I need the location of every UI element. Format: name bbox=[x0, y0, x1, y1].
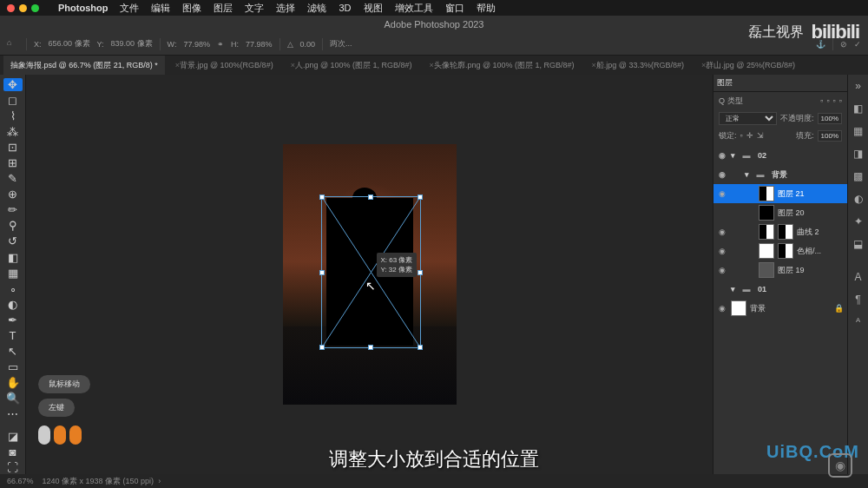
opt-w-value[interactable]: 77.98% bbox=[183, 40, 210, 49]
history-brush-icon[interactable]: ↺ bbox=[3, 234, 23, 247]
minimize-window-icon[interactable] bbox=[19, 4, 27, 12]
lock-icon[interactable]: ✛ bbox=[746, 131, 753, 140]
menu-image[interactable]: 图像 bbox=[182, 2, 201, 15]
stamp-tool-icon[interactable]: ⚲ bbox=[3, 219, 23, 232]
collapse-icon[interactable]: » bbox=[851, 78, 866, 94]
maximize-window-icon[interactable] bbox=[31, 4, 39, 12]
screenmode-icon[interactable]: ⛶ bbox=[3, 461, 23, 474]
window-controls[interactable] bbox=[7, 4, 39, 12]
doc-tab[interactable]: ×船.jpg @ 33.3%(RGB/8#) bbox=[582, 56, 691, 75]
transform-handle[interactable] bbox=[418, 270, 423, 275]
layer-row[interactable]: ◉图层 19 bbox=[713, 260, 847, 280]
canvas-area[interactable]: X: 63 像素 Y: 32 像素 ↖ bbox=[26, 75, 713, 474]
menu-filter[interactable]: 滤镜 bbox=[307, 2, 326, 15]
interpolation-dropdown[interactable]: 两次... bbox=[330, 38, 352, 49]
path-tool-icon[interactable]: ↖ bbox=[3, 345, 23, 358]
filter-icon[interactable]: ▫ bbox=[820, 96, 823, 105]
menu-plugins[interactable]: 增效工具 bbox=[395, 2, 433, 15]
doc-tab[interactable]: ×头像轮廓.png @ 100% (图层 1, RGB/8#) bbox=[419, 56, 582, 75]
type-tool-icon[interactable]: T bbox=[3, 329, 23, 342]
fill-value[interactable]: 100% bbox=[818, 130, 842, 142]
dodge-tool-icon[interactable]: ◐ bbox=[3, 298, 23, 311]
layer-row[interactable]: ◉图层 21 bbox=[713, 184, 847, 203]
visibility-icon[interactable]: ◉ bbox=[717, 170, 727, 179]
heal-tool-icon[interactable]: ⊕ bbox=[3, 188, 23, 201]
patterns-panel-icon[interactable]: ▩ bbox=[851, 168, 866, 184]
para-panel-icon[interactable]: ¶ bbox=[851, 292, 866, 307]
filter-icon[interactable]: ▫ bbox=[826, 96, 829, 105]
menu-type[interactable]: 文字 bbox=[245, 2, 264, 15]
transform-handle[interactable] bbox=[319, 270, 325, 275]
filter-icon[interactable]: ▫ bbox=[833, 96, 836, 105]
brush-tool-icon[interactable]: ✏ bbox=[3, 203, 23, 216]
quickmask-icon[interactable]: ◙ bbox=[3, 445, 23, 458]
marquee-tool-icon[interactable]: ◻ bbox=[3, 94, 23, 107]
glyphs-panel-icon[interactable]: ᴬ bbox=[851, 314, 866, 330]
adjustments-panel-icon[interactable]: ◐ bbox=[851, 191, 866, 207]
layer-kind-filter[interactable]: Q 类型 bbox=[719, 96, 743, 107]
doc-tab[interactable]: ×背景.jpg @ 100%(RGB/8#) bbox=[165, 56, 280, 75]
lock-icon[interactable]: ⇲ bbox=[757, 131, 764, 140]
shape-tool-icon[interactable]: ▭ bbox=[3, 360, 23, 373]
lasso-tool-icon[interactable]: ⌇ bbox=[3, 109, 23, 122]
transform-handle[interactable] bbox=[319, 345, 325, 350]
layer-row[interactable]: 图层 20 bbox=[713, 203, 847, 222]
char-panel-icon[interactable]: A bbox=[851, 269, 866, 285]
pen-tool-icon[interactable]: ✒ bbox=[3, 313, 23, 326]
frame-tool-icon[interactable]: ⊞ bbox=[3, 156, 23, 169]
color-swatch-icon[interactable]: ◪ bbox=[3, 430, 23, 443]
layer-row[interactable]: ◉色相/... bbox=[713, 241, 847, 260]
doc-tab-active[interactable]: 抽象海报.psd @ 66.7% (图层 21, RGB/8) * bbox=[3, 56, 165, 75]
menu-view[interactable]: 视图 bbox=[364, 2, 383, 15]
visibility-icon[interactable]: ◉ bbox=[717, 151, 727, 160]
transform-handle[interactable] bbox=[418, 345, 423, 350]
styles-panel-icon[interactable]: ✦ bbox=[851, 214, 866, 229]
menu-edit[interactable]: 编辑 bbox=[151, 2, 170, 15]
lock-icon[interactable]: ▫ bbox=[740, 131, 743, 140]
visibility-icon[interactable]: ◉ bbox=[717, 247, 727, 255]
more-tools-icon[interactable]: ⋯ bbox=[3, 407, 23, 420]
opt-y-value[interactable]: 839.00 像素 bbox=[111, 38, 153, 49]
menu-select[interactable]: 选择 bbox=[276, 2, 295, 15]
transform-handle[interactable] bbox=[418, 195, 423, 200]
eyedropper-tool-icon[interactable]: ✎ bbox=[3, 172, 23, 185]
libraries-panel-icon[interactable]: ⬓ bbox=[851, 236, 866, 252]
menu-window[interactable]: 窗口 bbox=[445, 2, 464, 15]
visibility-icon[interactable]: ◉ bbox=[717, 189, 727, 198]
menu-file[interactable]: 文件 bbox=[120, 2, 139, 15]
swatches-panel-icon[interactable]: ▦ bbox=[851, 123, 866, 139]
app-name[interactable]: Photoshop bbox=[58, 3, 108, 13]
zoom-tool-icon[interactable]: 🔍 bbox=[3, 392, 23, 405]
transform-handle[interactable] bbox=[368, 345, 373, 350]
visibility-icon[interactable]: ◉ bbox=[717, 304, 727, 313]
blur-tool-icon[interactable]: ∘ bbox=[3, 282, 23, 295]
doc-tab[interactable]: ×群山.jpg @ 25%(RGB/8#) bbox=[691, 56, 802, 75]
layer-row[interactable]: ◉背景🔒 bbox=[713, 299, 847, 318]
menu-3d[interactable]: 3D bbox=[339, 3, 351, 13]
zoom-level[interactable]: 66.67% bbox=[7, 477, 34, 485]
menu-help[interactable]: 帮助 bbox=[477, 2, 496, 15]
link-icon[interactable]: ⚭ bbox=[217, 40, 224, 49]
doc-tab[interactable]: ×人.png @ 100% (图层 1, RGB/8#) bbox=[280, 56, 419, 75]
chevron-down-icon[interactable]: ▾ bbox=[731, 151, 735, 160]
menu-layer[interactable]: 图层 bbox=[214, 2, 233, 15]
blend-mode-select[interactable]: 正常 bbox=[719, 112, 777, 125]
wand-tool-icon[interactable]: ⁂ bbox=[3, 125, 23, 138]
layer-row[interactable]: ▾▬01 bbox=[713, 280, 847, 299]
layer-row[interactable]: ◉曲线 2 bbox=[713, 222, 847, 241]
gradients-panel-icon[interactable]: ◨ bbox=[851, 146, 866, 162]
color-panel-icon[interactable]: ◧ bbox=[851, 101, 866, 116]
eraser-tool-icon[interactable]: ◧ bbox=[3, 251, 23, 264]
home-icon[interactable]: ⌂ bbox=[7, 38, 19, 50]
panel-tab-layers[interactable]: 图层 bbox=[717, 77, 733, 89]
chevron-down-icon[interactable]: ▾ bbox=[731, 285, 735, 293]
visibility-icon[interactable]: ◉ bbox=[717, 228, 727, 236]
layer-row[interactable]: ◉▾▬背景 bbox=[713, 165, 847, 184]
move-tool-icon[interactable]: ✥ bbox=[3, 78, 23, 91]
close-window-icon[interactable] bbox=[7, 4, 15, 12]
opt-x-value[interactable]: 656.00 像素 bbox=[49, 38, 90, 49]
layer-row[interactable]: ◉▾▬02 bbox=[713, 146, 847, 165]
crop-tool-icon[interactable]: ⊡ bbox=[3, 141, 23, 154]
opacity-value[interactable]: 100% bbox=[818, 113, 842, 124]
visibility-icon[interactable]: ◉ bbox=[717, 266, 727, 274]
